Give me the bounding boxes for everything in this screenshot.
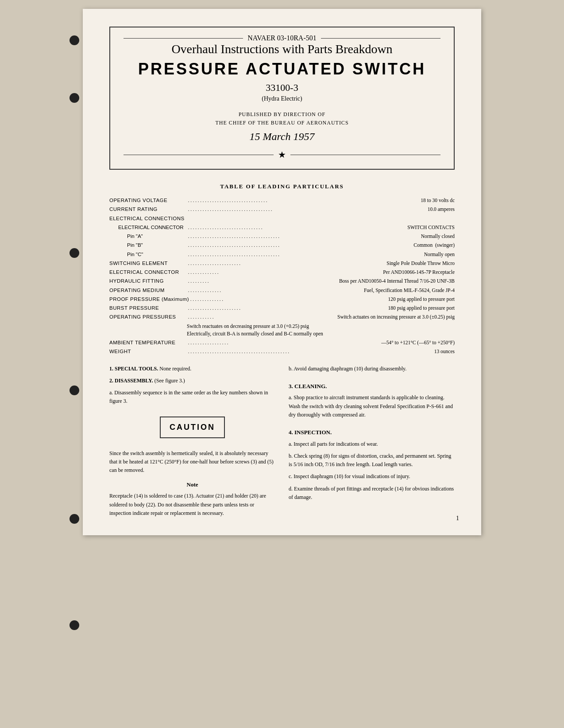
section2b-content: b. Avoid damaging diaphragm (10) during … — [289, 365, 455, 373]
value-proof-pressure: 120 psig applied to pressure port — [322, 296, 455, 303]
section-1-2: 1. SPECIAL TOOLS. None required. 2. DISA… — [109, 365, 275, 518]
bullet-circle-1 — [70, 35, 79, 45]
dots-electrical-connector-2: . . . . . . . . . . . . . — [187, 269, 322, 276]
value-operating-voltage: 18 to 30 volts dc — [366, 197, 455, 204]
bullet-circle-6 — [70, 620, 79, 630]
dots-switching-element: . . . . . . . . . . . . . . . . . . . . … — [187, 260, 340, 267]
dots-weight: . . . . . . . . . . . . . . . . . . . . … — [187, 348, 366, 355]
label-electrical-connector: ELECTRICAL CONNECTOR — [109, 224, 187, 231]
bullet-circles — [70, 9, 83, 535]
right-column: b. Avoid damaging diaphragm (10) during … — [289, 365, 455, 518]
label-operating-medium: OPERATING MEDIUM — [109, 287, 187, 294]
section3-content: 3. CLEANING. a. Shop practice to aircraf… — [289, 382, 455, 419]
star-icon: ★ — [278, 149, 286, 160]
value-operating-pressures-3: Electrically, circuit B-A is normally cl… — [109, 330, 455, 338]
row-pin-a: Pin "A" . . . . . . . . . . . . . . . . … — [109, 233, 455, 240]
caution-container: CAUTION — [109, 410, 275, 445]
label-proof-pressure: PROOF PRESSURE (Maximum) — [109, 296, 189, 303]
row-proof-pressure: PROOF PRESSURE (Maximum) . . . . . . . .… — [109, 296, 455, 303]
value-pin-a: Normally closed — [366, 233, 455, 240]
row-ambient-temp: AMBIENT TEMPERATURE . . . . . . . . . . … — [109, 339, 455, 346]
row-electrical-connector-2: ELECTRICAL CONNECTOR . . . . . . . . . .… — [109, 269, 455, 276]
published-line2: THE CHIEF OF THE BUREAU OF AERONAUTICS — [124, 120, 440, 126]
bullet-circle-4 — [70, 385, 79, 395]
row-pin-b: Pin "B" . . . . . . . . . . . . . . . . … — [109, 241, 455, 249]
label-current-rating: CURRENT RATING — [109, 206, 187, 213]
value-operating-medium: Fuel, Specification MIL-F-5624, Grade JP… — [313, 287, 455, 294]
bullet-circle-3 — [70, 248, 79, 258]
value-ambient-temp: —54° to +121°C (—65° to +250°F) — [331, 339, 455, 346]
value-weight: 13 ounces — [366, 348, 455, 355]
dots-burst-pressure: . . . . . . . . . . . . . . . . . . . . … — [187, 304, 322, 312]
particulars-table: OPERATING VOLTAGE . . . . . . . . . . . … — [109, 197, 455, 356]
value-switching-element: Single Pole Double Throw Micro — [340, 260, 455, 267]
label-pin-a: Pin "A" — [109, 233, 187, 240]
section4-para-d: d. Examine threads of port fittings and … — [289, 485, 455, 502]
header-title: Overhaul Instructions with Parts Breakdo… — [124, 42, 440, 56]
label-operating-voltage: OPERATING VOLTAGE — [109, 197, 187, 204]
bullet-circle-5 — [70, 514, 79, 524]
label-pin-c: Pin "C" — [109, 251, 187, 258]
label-hydraulic-fitting: HYDRAULIC FITTING — [109, 277, 187, 285]
section1-text: 1. SPECIAL TOOLS. None required. — [109, 365, 275, 373]
dots-pin-c: . . . . . . . . . . . . . . . . . . . . … — [187, 251, 366, 258]
section3-heading: 3. CLEANING. — [289, 382, 455, 391]
section2-para-a: a. Disassembly sequence is in the same o… — [109, 389, 275, 405]
section4-para-a: a. Inspect all parts for indications of … — [289, 440, 455, 448]
section4-para-b: b. Check spring (8) for signs of distort… — [289, 452, 455, 469]
header-date: 15 March 1957 — [124, 131, 440, 143]
document-page: NAVAER 03-10RA-501 Overhaul Instructions… — [83, 9, 481, 535]
navaer-text: NAVAER 03-10RA-501 — [247, 34, 316, 42]
published-line1: PUBLISHED BY DIRECTION OF — [124, 111, 440, 118]
label-burst-pressure: BURST PRESSURE — [109, 304, 187, 312]
row-operating-voltage: OPERATING VOLTAGE . . . . . . . . . . . … — [109, 197, 455, 204]
section3-para-a: a. Shop practice to aircraft instrument … — [289, 393, 455, 419]
dots-pin-b: . . . . . . . . . . . . . . . . . . . . … — [187, 241, 366, 249]
section2-text: 2. DISASSEMBLY. (See figure 3.) — [109, 377, 275, 385]
caution-box: CAUTION — [160, 417, 225, 438]
section2b-text: b. Avoid damaging diaphragm (10) during … — [289, 365, 455, 373]
label-electrical-connector-2: ELECTRICAL CONNECTOR — [109, 269, 187, 276]
header-subtitle: PRESSURE ACTUATED SWITCH — [124, 60, 440, 78]
value-hydraulic-fitting: Boss per AND10050-4 Internal Thread 7/16… — [304, 277, 455, 285]
row-operating-medium: OPERATING MEDIUM . . . . . . . . . . . .… — [109, 287, 455, 294]
dots-ambient-temp: . . . . . . . . . . . . . . . . . — [187, 339, 331, 346]
row-electrical-connector: ELECTRICAL CONNECTOR . . . . . . . . . .… — [109, 224, 455, 231]
label-pin-b: Pin "B" — [109, 241, 187, 249]
label-weight: WEIGHT — [109, 348, 187, 355]
label-operating-pressures: OPERATING PRESSURES — [109, 313, 187, 321]
label-ambient-temp: AMBIENT TEMPERATURE — [109, 339, 187, 346]
row-operating-pressures-line1: OPERATING PRESSURES . . . . . . . . . . … — [109, 313, 455, 321]
part-number: 33100-3 — [124, 82, 440, 93]
left-column: 1. SPECIAL TOOLS. None required. 2. DISA… — [109, 365, 275, 518]
dots-electrical-connector: . . . . . . . . . . . . . . . . . . . . … — [187, 224, 366, 231]
row-pin-c: Pin "C" . . . . . . . . . . . . . . . . … — [109, 251, 455, 258]
section4-para-c: c. Inspect diaphragm (10) for visual ind… — [289, 472, 455, 481]
section3-heading-text: 3. CLEANING. — [289, 383, 327, 389]
navaer-line: NAVAER 03-10RA-501 — [124, 34, 440, 42]
dots-pin-a: . . . . . . . . . . . . . . . . . . . . … — [187, 233, 366, 240]
note-text: Receptacle (14) is soldered to case (13)… — [109, 492, 275, 518]
dots-current-rating: . . . . . . . . . . . . . . . . . . . . … — [187, 206, 366, 213]
value-operating-pressures-1: Switch actuates on increasing pressure a… — [313, 313, 455, 321]
label-electrical-connections: ELECTRICAL CONNECTIONS — [109, 215, 187, 222]
page-number: 1 — [456, 515, 459, 522]
row-operating-pressures: OPERATING PRESSURES . . . . . . . . . . … — [109, 313, 455, 338]
dots-hydraulic-fitting: . . . . . . . . . — [187, 277, 304, 285]
section4-heading: 4. INSPECTION. — [289, 428, 455, 437]
section1-content: None required. — [159, 366, 191, 372]
row-weight: WEIGHT . . . . . . . . . . . . . . . . .… — [109, 348, 455, 355]
note-section: Note Receptacle (14) is soldered to case… — [109, 480, 275, 518]
row-current-rating: CURRENT RATING . . . . . . . . . . . . .… — [109, 206, 455, 213]
dots-proof-pressure: . . . . . . . . . . . . . . — [189, 296, 322, 303]
section2-heading: 2. DISASSEMBLY. — [109, 378, 153, 384]
bullet-circle-2 — [70, 93, 79, 103]
dots-operating-pressures: . . . . . . . . . . . — [187, 313, 313, 321]
value-current-rating: 10.0 amperes — [366, 206, 455, 213]
table-title: TABLE OF LEADING PARTICULARS — [109, 183, 455, 190]
row-electrical-connections: ELECTRICAL CONNECTIONS — [109, 215, 455, 222]
two-column-content: 1. SPECIAL TOOLS. None required. 2. DISA… — [109, 365, 455, 518]
section1-heading: 1. SPECIAL TOOLS. — [109, 366, 158, 372]
value-operating-pressures-2: Switch reactuates on decreasing pressure… — [109, 323, 455, 330]
caution-label: CAUTION — [170, 421, 215, 434]
